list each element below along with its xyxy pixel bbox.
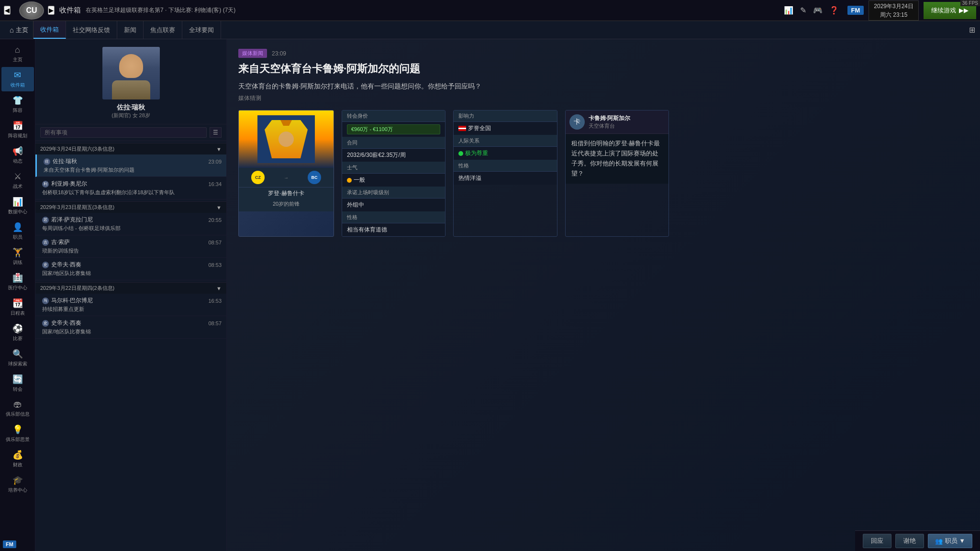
tab-news[interactable]: 新闻 (117, 21, 144, 39)
sidebar-inbox-label: 收件箱 (11, 82, 25, 88)
inbox-from-3: 若 若泽·萨克拉门尼 (42, 216, 93, 224)
inbox-item-6[interactable]: 马 马尔科·巴尔博尼 16:53 持续招募重点更新 (35, 294, 226, 316)
interviewer-section: 卡 卡鲁姆·阿斯加尔 天空体育台 (566, 110, 668, 134)
section-relationship: 人际关系 (454, 135, 557, 147)
date-header-2[interactable]: 2029年3月23日星期五(3条信息) ▼ (35, 201, 226, 213)
section-influence: 影响力 (454, 110, 557, 122)
date-group-3: 2029年3月22日星期四(2条信息) ▼ 马 马尔科·巴尔博尼 16:53 持… (35, 282, 226, 339)
transfer-arrow: → (284, 175, 289, 180)
inbox-time-6: 16:53 (208, 298, 222, 304)
from-icon-3: 若 (42, 217, 49, 223)
sidebar-item-medical[interactable]: 🏥 医疗中心 (1, 270, 34, 294)
info-row-relationship: 极为尊重 (454, 147, 557, 160)
staff-button[interactable]: 👥 职员 ▼ (928, 534, 972, 548)
section-morale: 士气 (342, 162, 445, 174)
inbox-list: 2029年3月24日星期六(3条信息) ▼ 佐 佐拉·瑞秋 23:09 来自天空… (35, 141, 226, 551)
sidebar-item-squad[interactable]: 👕 阵容 (1, 92, 34, 117)
inbox-item-4[interactable]: 吉 吉·索萨 08:57 琐新的训练报告 (35, 235, 226, 258)
sidebar-item-data[interactable]: 📊 数据中心 (1, 194, 34, 218)
msg-time: 23:09 (272, 50, 286, 57)
question-text: 租借到伯明翰的罗登·赫鲁什卡最近代表捷克上演了国际赛场的处子秀。你对他的长期发展… (566, 134, 668, 183)
sidebar-item-planning[interactable]: 📅 阵容规划 (1, 118, 34, 142)
help-icon[interactable]: ❓ (829, 6, 839, 15)
reply-button[interactable]: 回应 (863, 534, 891, 548)
sidebar-item-training[interactable]: 🏋 训练 (1, 244, 34, 269)
msg-panel: CZ → BC 罗登·赫鲁什卡 20岁的前锋 转会身价 €960万 - €110… (238, 110, 669, 237)
search-input[interactable] (40, 127, 207, 138)
stats-icon[interactable]: 📊 (784, 6, 793, 15)
section-character: 性格 (454, 160, 557, 172)
tab-social[interactable]: 社交网络反馈 (66, 21, 117, 39)
date-collapse-3: ▼ (216, 286, 222, 291)
sidebar-match-label: 比赛 (13, 335, 22, 342)
sidebar-item-scout[interactable]: 🔍 球探索索 (1, 346, 34, 370)
sidebar-item-club-thoughts[interactable]: 💡 俱乐部思景 (1, 421, 34, 446)
fm-logo-bottom: FM (3, 540, 16, 548)
interviewer-avatar: 卡 (569, 114, 585, 130)
bottom-bar: 回应 谢绝 👥 职员 ▼ (855, 530, 980, 551)
inbox-subject-3: 每周训练小结 - 创桥联足球俱乐部 (42, 225, 222, 232)
sidebar-item-schedule[interactable]: 📆 日程表 (1, 295, 34, 320)
price-value: €960万 - €1100万 (347, 124, 440, 134)
sidebar-item-transfer[interactable]: 🔄 转会 (1, 371, 34, 396)
grid-icon[interactable]: ⊞ (969, 25, 975, 34)
inbox-from-1: 佐 佐拉·瑞秋 (44, 157, 77, 165)
data-icon: 📊 (12, 197, 23, 207)
inbox-time-3: 20:55 (208, 217, 222, 223)
tab-focus-league[interactable]: 焦点联赛 (144, 21, 182, 39)
inbox-item-5[interactable]: 史 史帝夫·西奏 08:53 国家/地区队比赛集锦 (35, 258, 226, 280)
avatar-inner (102, 47, 160, 99)
home-nav[interactable]: ⌂ 主页 (5, 21, 33, 39)
decline-button[interactable]: 谢绝 (895, 534, 924, 548)
edit-icon[interactable]: ✎ (800, 6, 806, 15)
top-bar: ◀ CU ▶ 收件箱 在英格兰足球超级联赛排名第7 · 下场比赛: 利物浦(客)… (0, 0, 980, 21)
match-icon: ⚽ (12, 323, 23, 334)
inbox-item-1[interactable]: 佐 佐拉·瑞秋 23:09 来自天空体育台卡鲁姆·阿斯加尔的问题 (35, 154, 226, 177)
profile-info: (新闻官) 女 28岁 (111, 112, 150, 119)
tab-global-news[interactable]: 全球要闻 (182, 21, 221, 39)
inbox-from-7: 史 史帝夫·西奏 (42, 319, 81, 327)
nav-right: ⊞ (969, 25, 975, 34)
tab-inbox[interactable]: 收件箱 (33, 21, 66, 39)
msg-title: 来自天空体育台卡鲁姆·阿斯加尔的问题 (238, 62, 969, 76)
info-row-influence: 罗誉全国 (454, 122, 557, 135)
morale-dot (347, 178, 352, 183)
sidebar-planning-label: 阵容规划 (8, 132, 27, 139)
sidebar-tactics-label: 战术 (13, 183, 22, 190)
date-header-3[interactable]: 2029年3月22日星期四(2条信息) ▼ (35, 282, 226, 294)
inbox-from-4: 吉 吉·索萨 (42, 238, 70, 246)
inbox-item-3[interactable]: 若 若泽·萨克拉门尼 20:55 每周训练小结 - 创桥联足球俱乐部 (35, 213, 226, 235)
forward-button[interactable]: ▶ (48, 6, 55, 15)
inbox-item-7[interactable]: 史 史帝夫·西奏 08:57 国家/地区队比赛集锦 (35, 316, 226, 339)
inbox-subject-7: 国家/地区队比赛集锦 (42, 328, 222, 335)
sidebar-item-dynamics[interactable]: 📢 动态 (1, 143, 34, 167)
interviewer-org: 天空体育台 (589, 122, 665, 130)
position-value: 外组中 (347, 201, 440, 209)
msg-header: 媒体新闻 23:09 (238, 49, 969, 58)
inbox-menu-button[interactable]: ☰ (210, 127, 222, 138)
sidebar-item-match[interactable]: ⚽ 比赛 (1, 320, 34, 345)
home-label: 主页 (16, 26, 28, 34)
sidebar-item-tactics[interactable]: ⚔ 战术 (1, 168, 34, 193)
inbox-item-2[interactable]: 利 利亚姆·奥尼尔 16:34 创桥联18岁以下青年队血虚索利翻尔沿泽18岁以下… (35, 177, 226, 199)
date-header-1[interactable]: 2029年3月24日星期六(3条信息) ▼ (35, 143, 226, 154)
game-icon[interactable]: 🎮 (813, 6, 823, 15)
transfer-icon: 🔄 (12, 374, 23, 385)
sidebar-item-finance[interactable]: 💰 财政 (1, 447, 34, 471)
date-line2: 周六 23:15 (874, 11, 913, 19)
people-icon: 👥 (935, 538, 943, 545)
date-block: 2029年3月24日 周六 23:15 (869, 0, 919, 21)
personality-value: 相当有体育道德 (347, 226, 440, 234)
sidebar-item-club-info[interactable]: 🏟 俱乐部信息 (1, 397, 34, 420)
relationship-value: 极为尊重 (465, 149, 552, 157)
player-influence-panel: 影响力 罗誉全国 人际关系 极为尊重 性格 热情洋溢 (453, 110, 557, 237)
info-row-price: €960万 - €1100万 (342, 122, 445, 137)
sidebar-item-inbox[interactable]: ✉ 收件箱 (1, 67, 34, 91)
relation-dot (458, 151, 463, 156)
sidebar-item-home[interactable]: ⌂ 主页 (1, 42, 34, 66)
player-card-teams: CZ → BC (239, 168, 334, 187)
back-button[interactable]: ◀ (4, 6, 11, 15)
info-row-position: 外组中 (342, 198, 445, 212)
sidebar-item-youth[interactable]: 🎓 培养中心 (1, 472, 34, 496)
sidebar-item-staff[interactable]: 👤 职员 (1, 219, 34, 243)
